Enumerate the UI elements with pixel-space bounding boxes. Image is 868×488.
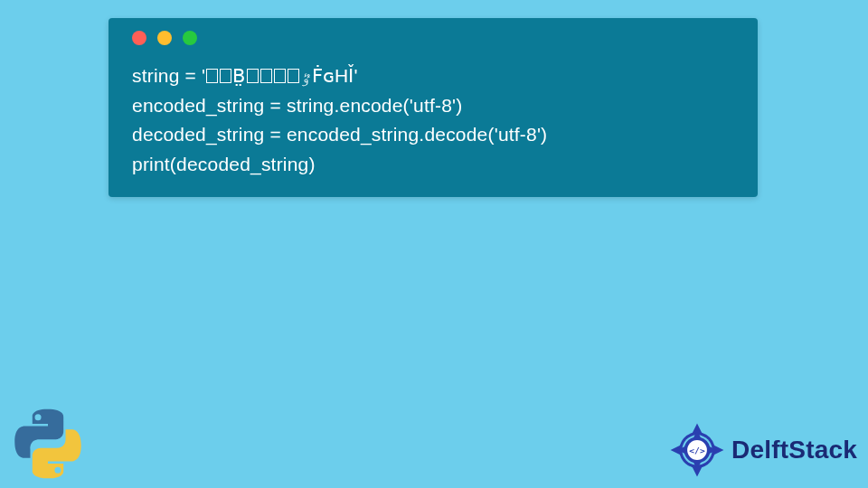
tofu-glyph-icon xyxy=(220,69,231,83)
tofu-glyph-icon xyxy=(274,69,286,83)
window-titlebar xyxy=(132,31,734,45)
code-line-2: encoded_string = string.encode('utf-8') xyxy=(132,95,462,116)
code-text: ' xyxy=(354,65,357,86)
tofu-glyph-icon xyxy=(260,69,272,83)
tofu-glyph-icon xyxy=(206,69,218,83)
code-text: B̤ xyxy=(232,65,245,86)
svg-text:</>: </> xyxy=(689,446,705,455)
code-text: string = ' xyxy=(132,65,205,86)
python-logo-icon xyxy=(9,405,87,483)
code-line-4: print(decoded_string) xyxy=(132,154,316,174)
tofu-glyph-icon xyxy=(247,69,259,83)
code-line-1: string = 'B̤ٷḞɢHǏ' xyxy=(132,65,358,86)
code-line-3: decoded_string = encoded_string.decode('… xyxy=(132,124,547,145)
code-text: ٷḞɢHǏ xyxy=(300,65,354,86)
zoom-icon xyxy=(183,31,197,45)
close-icon xyxy=(132,31,146,45)
code-block: string = 'B̤ٷḞɢHǏ' encoded_string = stri… xyxy=(132,61,734,179)
delftstack-brand: </> DelftStack xyxy=(668,421,857,479)
minimize-icon xyxy=(157,31,172,45)
delftstack-label: DelftStack xyxy=(731,436,857,465)
code-window: string = 'B̤ٷḞɢHǏ' encoded_string = stri… xyxy=(108,18,758,197)
page: string = 'B̤ٷḞɢHǏ' encoded_string = stri… xyxy=(0,0,868,488)
tofu-glyph-icon xyxy=(288,69,299,83)
delftstack-badge-icon: </> xyxy=(668,421,726,479)
